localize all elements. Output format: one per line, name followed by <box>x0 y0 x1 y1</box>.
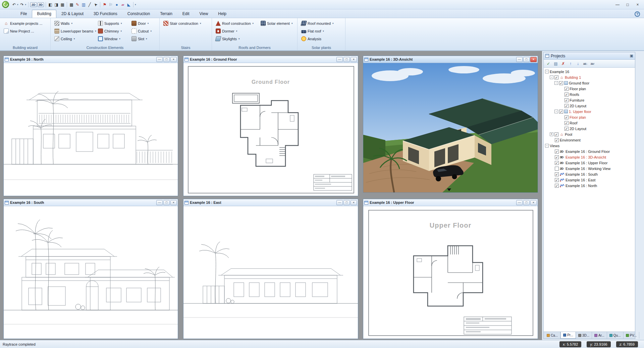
toolbar-more-button[interactable]: ▾ <box>135 3 136 6</box>
move-up-icon[interactable]: ↑ <box>567 60 574 67</box>
checkbox[interactable]: ✓ <box>555 155 559 159</box>
checkbox[interactable]: ✓ <box>565 87 569 91</box>
checkbox[interactable]: ✓ <box>555 150 559 154</box>
east-elevation-canvas[interactable] <box>183 206 358 339</box>
door-button[interactable]: Door ▾ <box>130 19 157 27</box>
dropdown-arrow-icon[interactable]: ▾ <box>71 22 72 25</box>
dropdown-arrow-icon[interactable]: ▾ <box>74 38 75 40</box>
edit-view-icon[interactable]: ▤ <box>552 60 559 67</box>
checkbox[interactable]: ✓ <box>555 172 559 176</box>
tab-3d-objects[interactable]: 3D... <box>576 332 592 339</box>
expander-icon[interactable]: - <box>545 144 549 148</box>
redo-dropdown-icon[interactable]: ▾ <box>25 3 26 6</box>
tab-2d-layout[interactable]: 2D & Layout <box>56 10 89 18</box>
maximize-button[interactable]: □ <box>523 57 530 62</box>
view-item-working-view[interactable]: 2D Example 16 : Working View <box>544 166 635 171</box>
checkbox[interactable]: ✓ <box>565 115 569 119</box>
move-down-icon[interactable]: ↓ <box>575 60 581 67</box>
grid-toggle-button[interactable]: ▩ <box>68 1 74 8</box>
tree-item-upper-floor[interactable]: - ✓ 1. Upper floor <box>544 109 635 114</box>
skylights-button[interactable]: Skylights ▾ <box>214 35 258 43</box>
tab-terrain[interactable]: Terrain <box>155 10 177 18</box>
minimize-button[interactable]: — <box>336 57 343 62</box>
expander-icon[interactable]: - <box>550 75 553 79</box>
south-elevation-canvas[interactable] <box>4 206 178 339</box>
dropdown-arrow-icon[interactable]: ▾ <box>148 22 149 25</box>
confirm-icon[interactable]: ✓ <box>545 60 552 67</box>
projects-panel-header[interactable]: Projects ▣ <box>544 52 635 60</box>
checkbox[interactable]: ✓ <box>555 178 559 182</box>
window-titlebar[interactable]: Example 16 : South — □ × <box>4 199 178 206</box>
dropdown-arrow-icon[interactable]: ▾ <box>121 22 122 25</box>
dropdown-arrow-icon[interactable]: ▾ <box>238 38 240 40</box>
tab-help[interactable]: Help <box>213 10 231 18</box>
tab-catalog[interactable]: Ca... <box>544 332 560 339</box>
maximize-button[interactable]: □ <box>343 200 350 205</box>
dropdown-arrow-icon[interactable]: ▾ <box>323 30 324 33</box>
slot-button[interactable]: Slot ▾ <box>130 35 157 43</box>
redo-button[interactable]: ↷ <box>19 1 25 8</box>
ground-floor-plan-canvas[interactable]: Ground Floor <box>183 63 358 196</box>
checkbox[interactable]: ✓ <box>559 110 563 114</box>
tab-construction[interactable]: Construction <box>122 10 155 18</box>
checkbox[interactable]: ✓ <box>555 184 559 188</box>
expander-icon[interactable]: - <box>545 70 549 73</box>
walls-button[interactable]: Walls ▾ <box>53 19 96 27</box>
checkbox[interactable]: ✓ <box>555 161 559 165</box>
panel-menu-icon[interactable]: ▣ <box>630 54 633 58</box>
tree-item-ground-floor[interactable]: - ✓ Ground floor <box>544 80 635 86</box>
tab-building[interactable]: Building <box>32 10 56 18</box>
triangle-ruler-button[interactable]: ◣ <box>126 1 132 8</box>
delete-icon[interactable]: ✗ <box>560 60 567 67</box>
tab-3d-functions[interactable]: 3D Functions <box>89 10 122 18</box>
example-projects-button[interactable]: ⌂ Example projects ... <box>2 19 48 27</box>
globe-button[interactable]: ● <box>114 1 120 8</box>
undo-button[interactable]: ↶ <box>11 1 17 8</box>
tree-item-2d-layout[interactable]: ✓ 2D Layout <box>544 103 635 109</box>
dropdown-arrow-icon[interactable]: ▾ <box>291 22 293 25</box>
close-button[interactable]: × <box>530 200 537 205</box>
close-button[interactable]: × <box>530 57 537 62</box>
tree-item-2d-layout-upper[interactable]: ✓ 2D Layout <box>544 126 635 131</box>
north-elevation-canvas[interactable] <box>4 63 178 196</box>
minimize-button[interactable]: — <box>156 57 163 62</box>
sort-descending-icon[interactable]: za↑ <box>589 60 596 67</box>
expander-icon[interactable]: + <box>550 132 553 136</box>
supports-button[interactable]: Supports ▾ <box>96 19 129 27</box>
dormer-button[interactable]: Dormer ▾ <box>214 27 258 35</box>
tree-item-building-1[interactable]: - ✓ ⌂ Building 1 <box>544 74 635 80</box>
pen-tool-button[interactable]: ✎ <box>74 1 80 8</box>
tree-item-example-16[interactable]: - Example 16 <box>544 69 635 74</box>
view-2d-button[interactable]: 2D <box>30 2 37 7</box>
expander-icon[interactable]: - <box>554 110 558 113</box>
3d-render-canvas[interactable] <box>363 63 538 192</box>
view-item-ground-floor[interactable]: ✓ 2D Example 16 : Ground Floor <box>544 149 635 154</box>
checkbox[interactable]: ✓ <box>555 138 559 142</box>
window-maximize-button[interactable]: □ <box>623 1 633 8</box>
split-horizontal-button[interactable]: ◧ <box>47 1 53 8</box>
window-button[interactable]: Window ▾ <box>96 35 129 43</box>
maximize-button[interactable]: □ <box>163 200 170 205</box>
tab-edit[interactable]: Edit <box>177 10 195 18</box>
tab-area[interactable]: Ar... <box>592 332 607 339</box>
app-logo[interactable] <box>2 1 9 8</box>
ceiling-button[interactable]: Ceiling ▾ <box>53 35 96 43</box>
close-button[interactable]: × <box>351 57 357 62</box>
tree-item-environment[interactable]: ✓ Environment <box>544 137 635 143</box>
tab-pv[interactable]: PV... <box>624 332 640 339</box>
tree-item-floor-plan[interactable]: ✓ Floor plan <box>544 86 635 92</box>
analysis-button[interactable]: Analysis <box>300 35 343 43</box>
window-minimize-button[interactable]: — <box>612 1 623 8</box>
tree-item-roofs[interactable]: ✓ Roofs <box>544 92 635 97</box>
roof-construction-button[interactable]: Roof construction ▾ <box>214 19 258 27</box>
checkbox[interactable]: ✓ <box>565 121 569 125</box>
cutout-button[interactable]: Cutout ▾ <box>130 27 157 35</box>
window-titlebar[interactable]: Example 16 : Ground Floor — □ × <box>183 56 358 63</box>
roof-mounted-button[interactable]: Roof mounted ▾ <box>300 19 343 27</box>
tree-item-pool[interactable]: + ✓ ⌂ Pool <box>544 131 635 137</box>
dropdown-arrow-icon[interactable]: ▾ <box>332 22 334 25</box>
flat-roof-button[interactable]: Flat roof ▾ <box>300 27 343 35</box>
window-titlebar[interactable]: Example 16 : North — □ × <box>4 56 178 63</box>
view-item-upper-floor[interactable]: ✓ 2D Example 16 : Upper Floor <box>544 160 635 166</box>
new-project-button[interactable]: New Project ... <box>2 27 48 35</box>
